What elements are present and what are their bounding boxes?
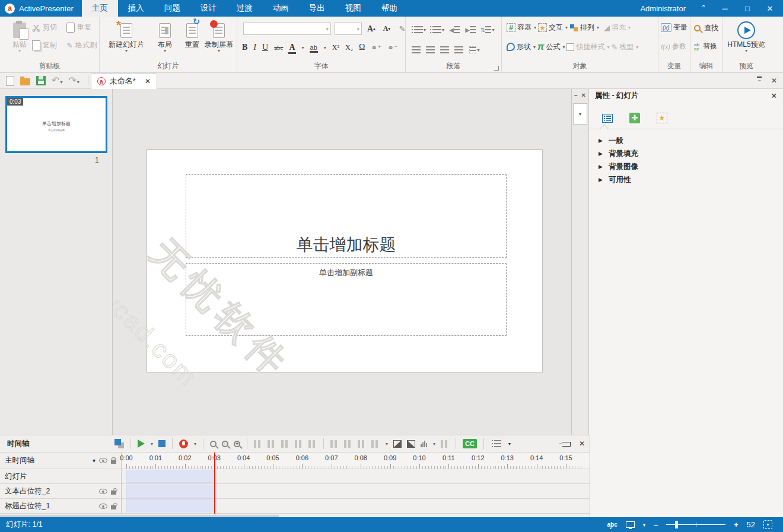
undo-button[interactable]: ↶▾ xyxy=(52,76,62,85)
fade-in-icon[interactable] xyxy=(393,440,402,448)
highlight-button[interactable]: ab xyxy=(310,44,317,51)
variable-button[interactable]: (x) 变量 xyxy=(661,23,687,33)
track-text-placeholder-row[interactable]: 文本占位符_2 xyxy=(0,484,121,499)
fill-button[interactable]: ◢ 填充▾ xyxy=(604,23,631,33)
record-screen-button[interactable]: 录制屏幕▾ xyxy=(200,20,237,53)
format-painter-button[interactable]: ✎ 格式刷 xyxy=(66,40,97,50)
strip-dropdown[interactable]: ▾ xyxy=(573,103,587,125)
zoom-out-icon[interactable]: - xyxy=(222,441,228,447)
mode-dropdown-icon[interactable]: ▾ xyxy=(643,522,646,528)
strip-minimize-icon[interactable]: – xyxy=(574,92,578,98)
increase-font-icon[interactable]: A▴ xyxy=(365,23,377,35)
underline-button[interactable]: U xyxy=(262,43,268,52)
increase-indent-icon[interactable]: ▶ xyxy=(464,24,476,36)
volume-dropdown[interactable]: ▾ xyxy=(433,441,435,447)
lock-icon[interactable] xyxy=(111,460,116,464)
title-placeholder-timebar[interactable] xyxy=(126,499,214,512)
new-slide-button[interactable]: 新建幻灯片▾ xyxy=(103,20,149,53)
text-placeholder-timebar[interactable] xyxy=(126,485,214,498)
align-justify-icon[interactable] xyxy=(454,46,463,53)
zoom-out-button[interactable]: – xyxy=(654,521,658,529)
title-placeholder[interactable]: 单击增加标题 xyxy=(186,174,507,258)
numbering-icon[interactable]: ▾ xyxy=(430,24,444,36)
section-background-image[interactable]: ▶背景图像 xyxy=(589,160,783,173)
equation-button[interactable]: 公式 xyxy=(546,42,560,52)
volume-bars-icon[interactable] xyxy=(421,441,427,447)
replace-button[interactable]: abac 替换 xyxy=(694,42,717,52)
container-button[interactable]: 容器 xyxy=(517,23,531,33)
delete-time-icon[interactable] xyxy=(268,440,276,448)
superscript-button[interactable]: X² xyxy=(332,43,339,52)
tab-size-properties[interactable]: ✚ xyxy=(627,110,642,126)
align-right-icon[interactable] xyxy=(440,46,449,53)
bold-button[interactable]: B xyxy=(242,43,247,52)
font-color-button[interactable]: A xyxy=(289,43,295,52)
zoom-in-icon[interactable]: + xyxy=(234,441,240,447)
properties-close-icon[interactable]: ✕ xyxy=(771,91,777,100)
duplicate-button[interactable]: 重复 xyxy=(66,23,91,33)
strikethrough-button[interactable]: abc xyxy=(274,44,283,51)
document-tab[interactable]: a 未命名* ✕ xyxy=(91,74,157,89)
fit-to-window-icon[interactable] xyxy=(763,520,772,529)
unlock-icon[interactable] xyxy=(111,490,116,495)
decrease-indent-icon[interactable]: ◀ xyxy=(448,24,460,36)
closed-caption-button[interactable]: CC xyxy=(463,439,477,448)
menu-view[interactable]: 视图 xyxy=(335,0,371,17)
zoom-slider[interactable] xyxy=(666,524,725,525)
insert-link-icon[interactable]: ⚭⁺ xyxy=(371,43,381,52)
line-spacing-icon[interactable]: ⇅▾ xyxy=(480,24,494,36)
align-center-icon[interactable] xyxy=(426,46,435,53)
zoom-fit-icon[interactable] xyxy=(210,441,217,447)
play-dropdown[interactable]: ▾ xyxy=(151,441,153,447)
save-icon[interactable] xyxy=(36,76,46,85)
track-title-placeholder-row[interactable]: 标题占位符_1 xyxy=(0,499,121,514)
quick-style-button[interactable]: 快捷样式▾ xyxy=(566,42,609,52)
record-narration-icon[interactable] xyxy=(179,439,188,448)
interaction-button[interactable]: 交互 xyxy=(549,23,563,33)
menu-insert[interactable]: 插入 xyxy=(118,0,154,17)
document-tab-close-icon[interactable]: ✕ xyxy=(145,77,151,85)
record-dropdown[interactable]: ▾ xyxy=(194,441,196,447)
arrange-button[interactable]: 排列 xyxy=(580,23,594,33)
copy-button[interactable]: 复制 xyxy=(32,40,57,50)
parameter-button[interactable]: f(x) 参数 xyxy=(661,42,686,52)
menu-export[interactable]: 导出 xyxy=(299,0,335,17)
menu-design[interactable]: 设计 xyxy=(190,0,227,17)
minimize-button[interactable]: ─ xyxy=(719,4,731,13)
move-time-icon[interactable] xyxy=(344,440,352,448)
slide-editing-area[interactable]: 单击增加标题 单击增加副标题 xyxy=(147,149,543,372)
symbol-button[interactable]: Ω xyxy=(359,43,365,52)
redo-button[interactable]: ↷▾ xyxy=(68,76,79,85)
insert-caption-icon[interactable] xyxy=(441,440,449,448)
spell-check-icon[interactable]: abc xyxy=(607,521,618,528)
timeline-select-dropdown[interactable]: ▾ xyxy=(93,457,96,464)
pin-panel-icon[interactable] xyxy=(562,442,571,447)
find-button[interactable]: 查找 xyxy=(694,23,718,33)
panel-collapse-icon[interactable]: ⌄ xyxy=(757,77,762,85)
main-timeline-row[interactable]: 主时间轴 ▾ xyxy=(0,453,121,469)
menu-home[interactable]: 主页 xyxy=(82,0,118,17)
layout-button[interactable]: 布局▾ xyxy=(152,20,178,53)
menu-animations[interactable]: 动画 xyxy=(263,0,299,17)
menu-questions[interactable]: 问题 xyxy=(154,0,190,17)
unlock-icon[interactable] xyxy=(111,505,116,509)
subscript-button[interactable]: X₂ xyxy=(345,43,353,52)
new-document-icon[interactable] xyxy=(6,76,14,86)
eye-icon[interactable] xyxy=(99,504,107,509)
subtitle-placeholder[interactable]: 单击增加副标题 xyxy=(186,263,507,336)
strip-close-icon[interactable]: ✕ xyxy=(581,92,586,98)
remove-link-icon[interactable]: ⚭⁻ xyxy=(387,43,398,52)
italic-button[interactable]: I xyxy=(253,43,256,52)
menu-help[interactable]: 帮助 xyxy=(371,0,408,17)
html5-preview-button[interactable]: HTML5预览▾ xyxy=(726,20,766,53)
audio-icon[interactable] xyxy=(371,440,380,448)
collapse-ribbon-icon[interactable]: ˆˆ xyxy=(696,4,708,13)
play-icon[interactable] xyxy=(138,439,145,448)
crop-range-icon[interactable] xyxy=(295,440,303,448)
open-document-icon[interactable] xyxy=(20,78,30,85)
track-slide-row[interactable]: 幻灯片 xyxy=(0,469,121,484)
slide-thumbnail[interactable]: 0:03 单击增加标题 单击增加副标题 xyxy=(5,96,107,153)
split-icon[interactable] xyxy=(308,440,317,448)
layers-dropdown[interactable]: ▾ xyxy=(508,441,511,447)
time-ruler[interactable]: 0:000:010:020:030:040:050:060:070:080:09… xyxy=(122,453,590,469)
